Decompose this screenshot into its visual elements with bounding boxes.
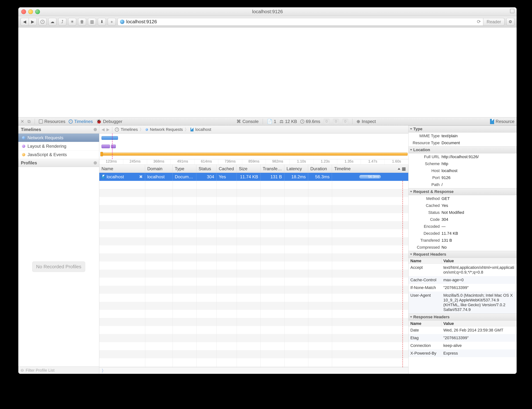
disclosure-icon xyxy=(410,149,412,151)
header-row: Accepttext/html,application/xhtml+xml,ap… xyxy=(409,264,517,276)
resource-label: Resource xyxy=(490,119,514,124)
trash-button[interactable]: 🗑 xyxy=(78,18,86,26)
header-row: User-AgentMozilla/5.0 (Macintosh; Intel … xyxy=(409,292,517,314)
sidebar-button[interactable]: ▥ xyxy=(88,18,96,26)
cell-timeline: 56.3ms xyxy=(332,173,408,181)
section-type[interactable]: Type xyxy=(409,126,517,132)
window-titlebar: localhost:9126 xyxy=(18,7,517,16)
share-button[interactable]: ⤴ xyxy=(58,18,66,26)
new-tab-button[interactable]: ＋ xyxy=(108,18,116,26)
file-icon xyxy=(191,128,193,131)
profiles-header: Profiles xyxy=(18,159,99,167)
ruler-tick: 245ms xyxy=(123,159,147,165)
filter-profile-bar[interactable]: ⊖ Filter Profile List xyxy=(18,366,99,374)
timeline-pill: 56.3ms xyxy=(359,175,381,179)
icloud-button[interactable]: ☁︎ xyxy=(48,18,56,26)
warnings-badge: 0 xyxy=(333,119,339,124)
column-header[interactable]: Duration xyxy=(308,165,332,173)
ruler-tick: 123ms xyxy=(99,159,123,165)
table-row[interactable]: localhost✖ localhost Docum… 304 Yes 11.7… xyxy=(99,173,408,181)
console-tab[interactable]: ⌘Console xyxy=(237,119,258,124)
timelines-header: Timelines xyxy=(18,126,99,134)
resources-tab[interactable]: Resources xyxy=(39,119,65,124)
cell-transferred: 131 B xyxy=(260,173,284,181)
disclosure-icon xyxy=(410,316,412,318)
timeline-ruler: 123ms245ms368ms491ms614ms736ms859ms982ms… xyxy=(99,159,408,165)
dot-icon xyxy=(22,145,25,148)
sidebar-item-network-requests[interactable]: Network Requests xyxy=(18,134,99,142)
settings-button[interactable]: ⚙ xyxy=(506,18,514,26)
column-header[interactable]: Status xyxy=(196,165,217,173)
section-request-headers[interactable]: Request Headers xyxy=(409,251,517,258)
window-title: localhost:9126 xyxy=(18,9,517,14)
document-icon: 📄 xyxy=(267,119,272,124)
load-time: 69.6ms xyxy=(300,119,320,124)
inspect-button[interactable]: ⊕Inspect xyxy=(357,119,376,124)
ruler-tick: 1.60s xyxy=(385,159,408,165)
reload-icon[interactable]: ⟳ xyxy=(477,19,481,25)
close-devtools-icon[interactable]: ✕ xyxy=(20,119,24,124)
errors-badge: 0 xyxy=(342,119,348,124)
browser-toolbar: ◀ ▶ ☁︎ ⤴ ✳︎ 🗑 ▥ ⬇ ＋ localhost:9126 ⟳ Rea… xyxy=(18,16,517,28)
extensions-button[interactable]: ✳︎ xyxy=(68,18,76,26)
clock-icon xyxy=(40,20,45,24)
section-location[interactable]: Location xyxy=(409,146,517,153)
timeline-icon xyxy=(115,128,119,131)
section-request-response[interactable]: Request & Response xyxy=(409,188,517,195)
crumb-localhost[interactable]: localhost xyxy=(195,127,211,132)
chevron-right-icon: 〉 xyxy=(185,127,189,132)
dot-icon xyxy=(22,153,25,156)
dock-icon[interactable]: ⧉ xyxy=(28,119,31,124)
column-header[interactable]: Transfe… xyxy=(260,165,284,173)
history-button[interactable] xyxy=(38,18,46,26)
breadcrumb: ◀ ▶ Timelines 〉 Network Requests 〉 local… xyxy=(99,126,408,134)
disclosure-icon xyxy=(410,191,412,192)
site-icon xyxy=(120,20,124,24)
back-button[interactable]: ◀ xyxy=(20,18,28,26)
reader-button[interactable]: Reader xyxy=(483,18,504,26)
column-header[interactable]: Latency xyxy=(284,165,308,173)
column-header[interactable]: Domain xyxy=(145,165,173,173)
column-header[interactable]: Timeline▦ xyxy=(332,165,408,173)
column-header[interactable]: Size xyxy=(237,165,260,173)
column-header[interactable]: Type xyxy=(173,165,196,173)
disclosure-icon xyxy=(410,254,412,255)
chevron-right-icon: 〉 xyxy=(140,127,144,132)
downloads-button[interactable]: ⬇ xyxy=(98,18,106,26)
record-profile-icon[interactable] xyxy=(94,161,97,165)
forward-small-icon[interactable]: ▶ xyxy=(106,127,110,132)
file-icon xyxy=(101,175,105,179)
debugger-tab[interactable]: 🐞Debugger xyxy=(96,119,122,124)
console-prompt-bar[interactable]: 〉 xyxy=(99,367,408,374)
record-icon[interactable] xyxy=(94,128,97,131)
transfer-size: ⚖12 KB xyxy=(280,119,297,124)
back-small-icon[interactable]: ◀ xyxy=(101,127,105,132)
crumb-network[interactable]: Network Requests xyxy=(150,127,183,132)
table-body: localhost✖ localhost Docum… 304 Yes 11.7… xyxy=(99,173,408,367)
crumb-timelines[interactable]: Timelines xyxy=(121,127,138,132)
column-header[interactable]: Name xyxy=(99,165,145,173)
ruler-tick: 1.47s xyxy=(361,159,385,165)
timelines-icon xyxy=(69,120,73,123)
forward-button[interactable]: ▶ xyxy=(28,18,37,26)
timelines-tab[interactable]: Timelines xyxy=(69,119,93,124)
section-response-headers[interactable]: Response Headers xyxy=(409,314,517,320)
left-sidebar: Timelines Network Requests Layout & Rend… xyxy=(18,126,99,374)
header-row: Cache-Controlmax-age=0 xyxy=(409,276,517,284)
sidebar-item-layout-rendering[interactable]: Layout & Rendering xyxy=(18,142,99,150)
sidebar-item-javascript-events[interactable]: JavaScript & Events xyxy=(18,150,99,159)
column-header[interactable]: Cached xyxy=(217,165,237,173)
close-icon[interactable]: ✖ xyxy=(139,174,143,179)
ruler-tick: 491ms xyxy=(171,159,194,165)
main-panel: ◀ ▶ Timelines 〉 Network Requests 〉 local… xyxy=(99,126,409,374)
header-row: X-Powered-ByExpress xyxy=(409,349,517,357)
fullscreen-icon[interactable] xyxy=(510,9,514,13)
url-bar[interactable]: localhost:9126 ⟳ xyxy=(118,18,483,26)
page-content xyxy=(18,28,517,117)
cell-latency: 18.2ms xyxy=(284,173,308,181)
overview-timeline[interactable] xyxy=(99,134,408,159)
file-icon xyxy=(490,119,494,124)
resources-icon xyxy=(39,120,43,123)
dot-icon xyxy=(22,136,25,139)
ruler-tick: 614ms xyxy=(194,159,218,165)
